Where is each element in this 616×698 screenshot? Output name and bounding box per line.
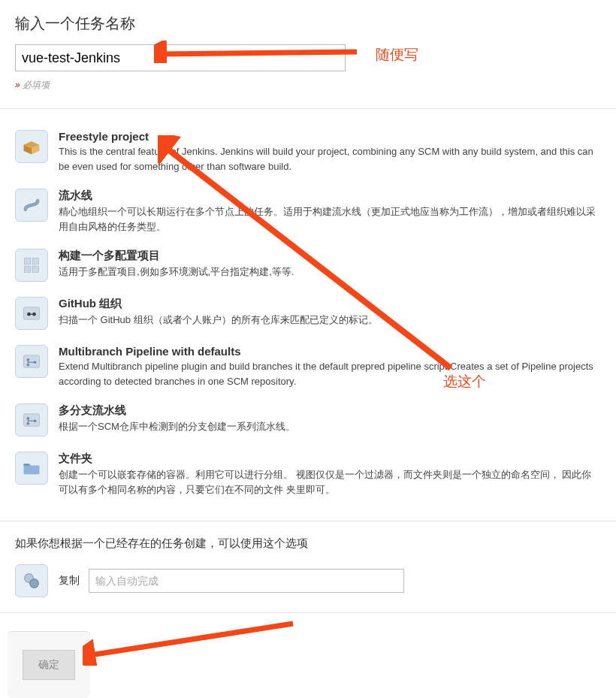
box-icon	[15, 130, 48, 163]
required-note: 必填项	[15, 79, 601, 92]
project-types-section: Freestyle project This is the central fe…	[0, 109, 616, 521]
svg-line-22	[90, 624, 293, 655]
project-type-title: 构建一个多配置项目	[59, 249, 601, 263]
branch-icon	[15, 403, 48, 437]
project-type-github-org[interactable]: GitHub 组织 扫描一个 GitHub 组织（或者个人账户）的所有仓库来匹配…	[15, 289, 601, 337]
ok-button[interactable]: 确定	[23, 650, 75, 680]
copy-icon	[15, 564, 48, 597]
svg-rect-6	[24, 307, 40, 319]
github-icon	[15, 297, 48, 330]
project-type-matrix[interactable]: 构建一个多配置项目 适用于多配置项目,例如多环境测试,平台指定构建,等等.	[15, 241, 601, 289]
project-type-folder[interactable]: 文件夹 创建一个可以嵌套存储的容器。利用它可以进行分组。 视图仅仅是一个过滤器，…	[15, 444, 601, 504]
copy-label: 复制	[59, 574, 80, 588]
project-type-title: 文件夹	[59, 452, 601, 466]
project-type-title: 流水线	[59, 189, 601, 203]
pipe-icon	[15, 189, 48, 222]
copy-from-input[interactable]	[89, 569, 404, 593]
name-section: 输入一个任务名称 必填项	[0, 0, 616, 109]
item-name-input[interactable]	[15, 44, 346, 71]
branch-icon	[15, 345, 48, 378]
project-type-desc: 精心地组织一个可以长期运行在多个节点上的任务。适用于构建流水线（更加正式地应当称…	[59, 204, 601, 234]
svg-rect-3	[32, 258, 38, 264]
matrix-icon	[15, 249, 48, 282]
project-type-title: GitHub 组织	[59, 297, 601, 311]
svg-rect-2	[25, 258, 31, 264]
project-type-title: Multibranch Pipeline with defaults	[59, 345, 601, 358]
project-type-title: 多分支流水线	[59, 403, 601, 418]
project-type-multibranch[interactable]: 多分支流水线 根据一个SCM仓库中检测到的分支创建一系列流水线。	[15, 396, 601, 444]
project-type-desc: This is the central feature of Jenkins. …	[59, 144, 601, 174]
svg-rect-5	[32, 266, 38, 272]
svg-rect-4	[25, 266, 31, 272]
project-type-desc: 适用于多配置项目,例如多环境测试,平台指定构建,等等.	[59, 264, 601, 280]
annotation-arrow-3	[83, 621, 300, 666]
folder-icon	[15, 452, 48, 485]
project-type-desc: 根据一个SCM仓库中检测到的分支创建一系列流水线。	[59, 419, 601, 434]
svg-rect-9	[24, 355, 40, 367]
svg-point-7	[27, 313, 31, 316]
project-type-multibranch-defaults[interactable]: Multibranch Pipeline with defaults Exten…	[15, 337, 601, 396]
copy-prompt: 如果你想根据一个已经存在的任务创建，可以使用这个选项	[15, 536, 601, 551]
project-type-title: Freestyle project	[59, 130, 601, 143]
project-type-desc: 扫描一个 GitHub 组织（或者个人账户）的所有仓库来匹配已定义的标记。	[59, 313, 601, 328]
svg-rect-13	[24, 414, 40, 426]
svg-point-20	[30, 579, 39, 588]
copy-section: 如果你想根据一个已经存在的任务创建，可以使用这个选项 复制	[0, 521, 616, 613]
footer-panel: 确定	[8, 631, 90, 698]
project-type-desc: 创建一个可以嵌套存储的容器。利用它可以进行分组。 视图仅仅是一个过滤器，而文件夹…	[59, 467, 601, 497]
project-type-desc: Extend Multibranch pipeline plugin and b…	[59, 359, 601, 388]
svg-point-8	[32, 313, 36, 316]
project-type-pipeline[interactable]: 流水线 精心地组织一个可以长期运行在多个节点上的任务。适用于构建流水线（更加正式…	[15, 181, 601, 241]
project-type-freestyle[interactable]: Freestyle project This is the central fe…	[15, 122, 601, 181]
page-title: 输入一个任务名称	[15, 14, 601, 34]
